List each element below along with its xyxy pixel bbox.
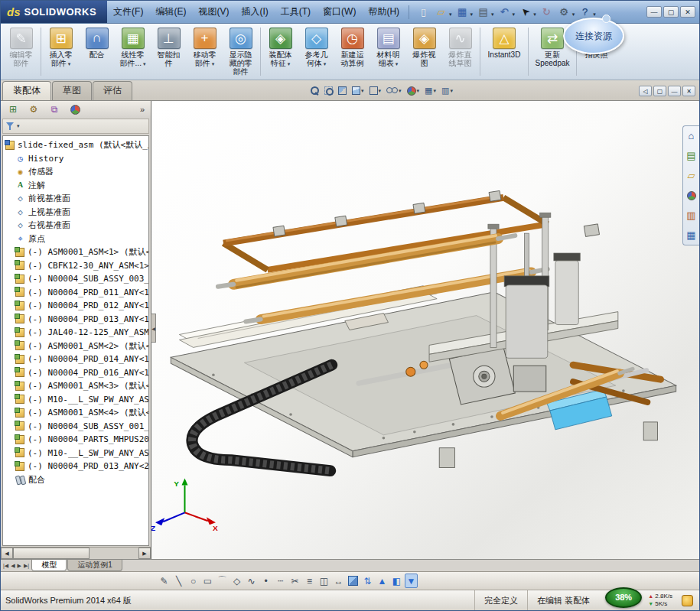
tree-item-m10-l-sw-pw-1[interactable]: (-) M10-__L_SW_PW_ANY_ASM <box>5 393 148 407</box>
propertymanager-tab[interactable]: ⚙ <box>28 103 40 115</box>
tree-root[interactable]: slide-fixed_asm (默认<默认_显 <box>5 138 148 152</box>
configurationmanager-tab[interactable]: ⧉ <box>48 103 60 115</box>
tree-item-n00004-prd-013-2[interactable]: (-) N00004_PRD_013_ANY<2> <box>5 460 148 473</box>
menu-help[interactable]: 帮助(H) <box>362 1 405 23</box>
exploded-view-button[interactable]: ◈爆炸视 图 <box>406 25 442 78</box>
undo-button[interactable]: ↶ <box>497 5 513 19</box>
tray-status-icon[interactable] <box>682 595 693 606</box>
panel-splitter-handle[interactable]: ◀ <box>151 314 156 343</box>
tree-item-asm0001-asm-4[interactable]: (-) ASM0001_ASM<4> (默认<默 <box>5 406 148 420</box>
arc-button[interactable]: ⌒ <box>216 574 229 588</box>
print-button[interactable]: ▤ <box>475 5 491 19</box>
centerline-button[interactable]: ┄ <box>274 574 287 588</box>
doc-maximize-button[interactable]: — <box>668 86 681 96</box>
assembly-features-button[interactable]: ◈装配体 特征 ▾ <box>262 25 298 78</box>
polygon-button[interactable]: ◇ <box>230 574 243 588</box>
design-library-button[interactable]: ▤ <box>685 149 698 162</box>
rectangle-button[interactable]: ▭ <box>201 574 214 588</box>
tab-nav-3[interactable]: ▶| <box>24 563 29 569</box>
tab-assembly[interactable]: 装配体 <box>2 81 51 100</box>
tree-item-top-plane[interactable]: ◇上视基准面 <box>5 206 148 219</box>
tree-item-annotations[interactable]: A注解 <box>5 179 148 193</box>
tree-item-n00004-prd-014[interactable]: (-) N00004_PRD_014_ANY<1> <box>5 353 148 366</box>
new-motion-study-button[interactable]: ◷新建运 动算例 <box>334 25 370 78</box>
displaymanager-tab[interactable] <box>69 103 81 115</box>
tab-nav-0[interactable]: |◀ <box>3 563 8 569</box>
select-button[interactable]: ➤ <box>514 1 536 22</box>
open-document-button[interactable]: ▱ <box>433 5 449 19</box>
graphics-viewport[interactable]: Y X Z ◀ ⌂▤▱▥▦ <box>151 101 699 559</box>
menu-file[interactable]: 文件(F) <box>107 1 149 23</box>
menu-window[interactable]: 窗口(W) <box>317 1 362 23</box>
tab-nav-1[interactable]: ◀ <box>11 563 15 569</box>
doc-close-button[interactable]: ✕ <box>682 86 695 96</box>
menu-edit[interactable]: 编辑(E) <box>149 1 192 23</box>
tree-item-n00004-prd-016[interactable]: (-) N00004_PRD_016_ANY<1> <box>5 366 148 380</box>
tree-item-n00004-sub-assy-003[interactable]: (-) N00004_SUB_ASSY_003_A <box>5 272 148 286</box>
tree-item-history[interactable]: ◷History <box>5 152 148 166</box>
circle-button[interactable]: ○ <box>187 574 200 588</box>
tree-filter-row[interactable]: ▾ <box>2 119 149 134</box>
apply-scene-button[interactable]: ▦▾ <box>423 83 438 98</box>
tree-item-sensors[interactable]: ◉传感器 <box>5 165 148 179</box>
tree-item-n00004-prd-013[interactable]: (-) N00004_PRD_013_ANY<1> <box>5 313 148 327</box>
help-dropdown-caret[interactable]: ▾ <box>593 11 596 18</box>
doc-minimize-button[interactable]: ◁ <box>639 86 652 96</box>
solidworks-resources-button[interactable]: ⌂ <box>685 129 698 142</box>
menu-view[interactable]: 视图(V) <box>192 1 235 23</box>
smart-dimension-button[interactable]: ↔ <box>332 574 345 588</box>
tree-item-asm0001-asm-3[interactable]: (-) ASM0001_ASM<3> (默认<默 <box>5 379 148 393</box>
linear-component-pattern-button[interactable]: ▦线性零 部件... ▾ <box>115 25 151 78</box>
insert-components-button[interactable]: ⊞插入零 部件 ▾ <box>43 25 79 78</box>
tree-horizontal-scrollbar[interactable]: ◀ ▶ <box>1 547 151 559</box>
offset-entities-button[interactable]: ≡ <box>303 574 316 588</box>
isometric-view-button[interactable] <box>347 574 360 588</box>
line-button[interactable]: ╲ <box>172 574 185 588</box>
section-tool-button[interactable]: ◧ <box>390 574 403 588</box>
save-button[interactable]: ▦ <box>454 5 470 19</box>
show-hidden-components-button[interactable]: ◎显示隐 藏的零 部件 <box>223 25 259 78</box>
tree-item-asm0001-asm-2[interactable]: (-) ASM0001_ASM<2> (默认<默 <box>5 340 148 353</box>
menu-tools[interactable]: 工具(T) <box>275 1 317 23</box>
zoom-fit-button[interactable] <box>309 83 321 98</box>
spline-button[interactable]: ∿ <box>245 574 258 588</box>
featuremanager-tree-tab[interactable]: ⊞ <box>7 103 19 115</box>
view-settings-button[interactable]: ▥▾ <box>440 83 454 98</box>
tree-item-cbfk12-30-any-asm-1[interactable]: (-) CBFK12-30_ANY_ASM<1> <box>5 259 148 273</box>
tree-item-mates[interactable]: 配合 <box>5 473 148 487</box>
tree-item-m10-l-sw-pw-2[interactable]: (-) M10-__L_SW_PW_ANY_ASM <box>5 447 148 460</box>
bill-of-materials-button[interactable]: ▤材料明 细表 ▾ <box>370 25 406 78</box>
selection-filter-button[interactable]: ▼ <box>405 574 418 588</box>
scroll-thumb[interactable] <box>13 548 90 559</box>
model-tab-model[interactable]: 模型 <box>31 560 67 571</box>
tree-item-front-plane[interactable]: ◇前视基准面 <box>5 192 148 206</box>
tree-item-origin[interactable]: ⌖原点 <box>5 232 148 246</box>
measure-button[interactable]: ⇅ <box>361 574 374 588</box>
doc-restore-button[interactable]: ▢ <box>653 86 666 96</box>
save-dropdown-caret[interactable]: ▾ <box>470 11 474 18</box>
tab-nav-2[interactable]: ▶ <box>18 563 21 569</box>
tab-evaluate[interactable]: 评估 <box>93 81 132 100</box>
model-tab-motion-study-1[interactable]: 运动算例1 <box>67 560 122 571</box>
tree-item-n00004-prd-011[interactable]: (-) N00004_PRD_011_ANY<1> <box>5 286 148 300</box>
appearances-scenes-button[interactable] <box>685 189 698 202</box>
open-document-dropdown-caret[interactable]: ▾ <box>449 11 452 18</box>
instant3d-button[interactable]: △Instant3D <box>482 25 526 78</box>
mass-properties-button[interactable]: ▲ <box>376 574 389 588</box>
assembly-3d-view[interactable]: Y X Z <box>151 101 699 559</box>
print-dropdown-caret[interactable]: ▾ <box>491 11 494 18</box>
move-component-button[interactable]: +移动零 部件 ▾ <box>187 25 223 78</box>
tree-item-jal40-12-125[interactable]: (-) JAL40-12-125_ANY_ASM< <box>5 326 148 340</box>
scroll-left-button[interactable]: ◀ <box>1 548 13 559</box>
smart-fasteners-button[interactable]: ⊥智能扣 件 <box>151 25 187 78</box>
tree-item-n00004-parts-mhpus206[interactable]: (-) N00004_PARTS_MHPUS206- <box>5 433 148 447</box>
tree-item-right-plane[interactable]: ◇右视基准面 <box>5 219 148 232</box>
close-button[interactable]: ✕ <box>680 6 695 18</box>
custom-properties-button[interactable]: ▥ <box>685 209 698 222</box>
point-button[interactable]: • <box>259 574 272 588</box>
tree-item-asm0001-asm-1[interactable]: (-) ASM0001_ASM<1> (默认<默 <box>5 245 148 259</box>
tree-item-n00004-prd-012[interactable]: (-) N00004_PRD_012_ANY<1> <box>5 299 148 313</box>
view-orientation-button[interactable]: ▾ <box>350 83 366 98</box>
tree-item-n00004-sub-assy-001[interactable]: (-) N00004_SUB_ASSY_001_A <box>5 420 148 434</box>
display-style-button[interactable]: ▾ <box>368 83 383 98</box>
